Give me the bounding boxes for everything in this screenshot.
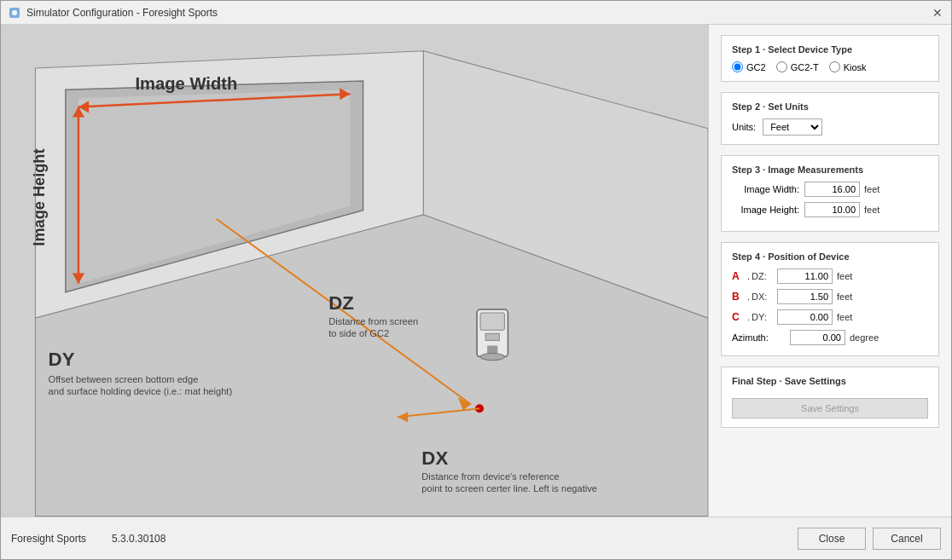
dz-unit: feet <box>837 271 852 281</box>
dy-letter: C <box>732 311 747 323</box>
dx-unit: feet <box>837 292 852 302</box>
dy-unit: feet <box>837 312 852 322</box>
kiosk-radio[interactable] <box>829 61 840 72</box>
step3-title: Step 3 · Image Measurements <box>732 165 928 175</box>
gc2t-radio[interactable] <box>776 61 787 72</box>
dx-label: DX: <box>752 292 777 302</box>
step4-title: Step 4 · Position of Device <box>732 251 928 262</box>
units-select[interactable]: Feet Meters <box>763 118 822 136</box>
gc2-option[interactable]: GC2 <box>732 61 766 72</box>
image-width-row: Image Width: feet <box>732 182 928 197</box>
svg-point-1 <box>12 10 17 15</box>
gc2t-label: GC2-T <box>791 62 819 72</box>
step3-section: Step 3 · Image Measurements Image Width:… <box>721 155 939 232</box>
dz-input[interactable] <box>777 268 833 284</box>
image-width-input[interactable] <box>804 182 860 197</box>
diagram-area: Image Width Image Height <box>1 25 708 517</box>
svg-point-20 <box>480 354 504 361</box>
close-icon[interactable]: ✕ <box>931 6 944 20</box>
gc2-radio[interactable] <box>732 61 743 72</box>
final-step-section: Final Step · Save Settings Save Settings <box>721 367 939 428</box>
version-label: 5.3.0.30108 <box>112 533 165 545</box>
azimuth-input[interactable] <box>790 330 845 345</box>
image-height-input[interactable] <box>804 202 860 217</box>
bottom-bar: Foresight Sports 5.3.0.30108 Close Cance… <box>1 517 951 559</box>
app-icon <box>8 6 21 20</box>
azimuth-label: Azimuth: <box>732 332 773 343</box>
main-content: Image Width Image Height <box>1 25 951 517</box>
svg-text:Distance from screen: Distance from screen <box>328 316 418 326</box>
right-panel: Step 1 · Select Device Type GC2 GC2-T Ki… <box>708 25 951 517</box>
svg-text:DY: DY <box>49 349 75 370</box>
gc2t-option[interactable]: GC2-T <box>776 61 819 72</box>
svg-text:Image Height: Image Height <box>31 148 48 245</box>
svg-text:DX: DX <box>421 447 448 469</box>
image-height-label: Image Height: <box>732 205 804 215</box>
svg-rect-17 <box>480 313 504 330</box>
save-settings-button[interactable]: Save Settings <box>732 398 928 419</box>
device-type-group: GC2 GC2-T Kiosk <box>732 61 928 72</box>
step2-section: Step 2 · Set Units Units: Feet Meters <box>721 92 939 145</box>
step4-section: Step 4 · Position of Device A . DZ: feet… <box>721 242 939 356</box>
units-row: Units: Feet Meters <box>732 118 928 136</box>
kiosk-label: Kiosk <box>844 62 867 72</box>
dy-label: DY: <box>752 312 777 322</box>
units-label: Units: <box>732 122 756 132</box>
dx-input[interactable] <box>777 289 833 304</box>
svg-text:Distance from device's referen: Distance from device's reference <box>421 471 559 482</box>
azimuth-unit: degree <box>850 332 879 343</box>
step2-title: Step 2 · Set Units <box>732 101 928 112</box>
gc2-label: GC2 <box>746 62 766 72</box>
svg-text:point to screen certer line. L: point to screen certer line. Left is neg… <box>421 483 597 494</box>
final-step-title: Final Step · Save Settings <box>732 376 928 386</box>
cancel-button[interactable]: Cancel <box>873 528 941 550</box>
dz-row: A . DZ: feet <box>732 268 928 284</box>
kiosk-option[interactable]: Kiosk <box>829 61 867 72</box>
image-height-unit: feet <box>864 205 879 215</box>
svg-text:to side of GC2: to side of GC2 <box>328 328 389 338</box>
bottom-buttons: Close Cancel <box>798 528 941 550</box>
dx-row: B . DX: feet <box>732 289 928 304</box>
bottom-left: Foresight Sports 5.3.0.30108 <box>11 533 165 545</box>
main-window: Simulator Configuration - Foresight Spor… <box>0 0 952 560</box>
svg-rect-18 <box>485 333 499 340</box>
step1-title: Step 1 · Select Device Type <box>732 44 928 55</box>
dy-row: C . DY: feet <box>732 309 928 325</box>
room-diagram: Image Width Image Height <box>1 25 708 517</box>
titlebar: Simulator Configuration - Foresight Spor… <box>1 1 951 25</box>
svg-text:Image Width: Image Width <box>135 74 237 93</box>
svg-text:Offset between screen bottom e: Offset between screen bottom edge <box>49 374 199 384</box>
close-button[interactable]: Close <box>798 528 866 550</box>
titlebar-left: Simulator Configuration - Foresight Spor… <box>8 6 218 20</box>
image-width-unit: feet <box>864 184 879 194</box>
dz-letter: A <box>732 270 747 282</box>
step1-section: Step 1 · Select Device Type GC2 GC2-T Ki… <box>721 35 939 82</box>
svg-text:and surface holding device (i.: and surface holding device (i.e.: mat he… <box>49 386 233 396</box>
svg-text:DZ: DZ <box>328 292 354 314</box>
dx-letter: B <box>732 291 747 303</box>
image-width-label: Image Width: <box>732 184 804 194</box>
brand-label: Foresight Sports <box>11 533 86 545</box>
dz-label: DZ: <box>752 271 777 281</box>
image-height-row: Image Height: feet <box>732 202 928 217</box>
azimuth-row: Azimuth: degree <box>732 330 928 345</box>
dy-input[interactable] <box>777 309 833 325</box>
window-title: Simulator Configuration - Foresight Spor… <box>26 7 218 19</box>
